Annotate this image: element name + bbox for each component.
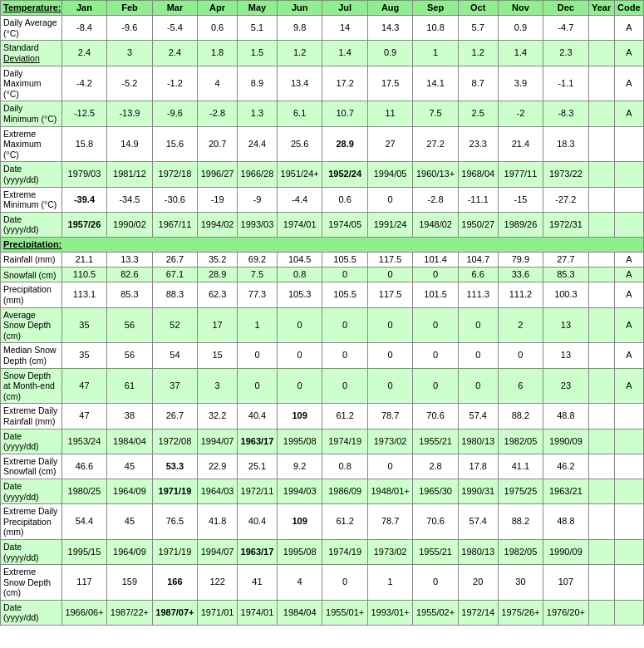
data-cell: -8.3: [543, 101, 588, 126]
data-cell: 3: [198, 368, 238, 404]
data-cell: 2: [498, 307, 543, 343]
data-cell: 88.2: [498, 404, 543, 429]
data-cell: 0: [413, 565, 458, 601]
data-cell: 70.6: [413, 504, 458, 540]
data-cell: 1995/08: [277, 429, 322, 454]
code-cell: [614, 454, 643, 479]
row-label: Extreme Snow Depth (cm): [1, 565, 62, 601]
row-label: Median Snow Depth (cm): [1, 343, 62, 368]
year-cell: [588, 268, 614, 282]
data-cell: 45: [107, 504, 152, 540]
data-cell: 1974/05: [322, 212, 367, 237]
data-cell: 111.2: [498, 282, 543, 307]
data-cell: 117.5: [367, 282, 412, 307]
data-cell: 48.8: [543, 504, 588, 540]
data-cell: 88.3: [152, 282, 197, 307]
row-label: Snowfall (cm): [1, 268, 62, 282]
data-cell: 30: [498, 565, 543, 601]
year-cell: [588, 454, 614, 479]
data-cell: 1971/19: [152, 539, 197, 564]
code-cell: A: [614, 282, 643, 307]
data-cell: 1964/09: [107, 539, 152, 564]
data-cell: 0.9: [367, 41, 412, 66]
data-cell: 25.1: [238, 454, 278, 479]
data-cell: 0: [413, 368, 458, 404]
table-row: Median Snow Depth (cm)35565415000000013A: [1, 343, 644, 368]
data-cell: 48.8: [543, 404, 588, 429]
data-cell: -12.5: [61, 101, 106, 126]
data-cell: 32.2: [198, 404, 238, 429]
table-row: Average Snow Depth (cm)35565217100000213…: [1, 307, 644, 343]
section-label: Precipitation:: [1, 237, 644, 252]
data-cell: 1974/19: [322, 429, 367, 454]
table-row: Standard Deviation2.432.41.81.51.21.40.9…: [1, 41, 644, 66]
data-cell: 0: [458, 368, 498, 404]
data-cell: 77.3: [238, 282, 278, 307]
data-cell: 0: [367, 268, 412, 282]
data-cell: 1966/06+: [61, 600, 106, 625]
row-label: Extreme Minimum (°C): [1, 187, 62, 212]
data-cell: 1994/05: [367, 162, 412, 187]
data-cell: 1979/03: [61, 162, 106, 187]
data-cell: -1.1: [543, 66, 588, 101]
data-cell: 1: [413, 41, 458, 66]
data-cell: 53.3: [152, 454, 197, 479]
data-cell: 2.3: [543, 41, 588, 66]
code-cell: A: [614, 101, 643, 126]
data-cell: 9.8: [277, 16, 322, 41]
data-cell: 1974/01: [277, 212, 322, 237]
table-row: Date (yyyy/dd)1979/031981/121972/181996/…: [1, 162, 644, 187]
data-cell: 69.2: [238, 253, 278, 268]
data-cell: 40.4: [238, 504, 278, 540]
year-header: Year: [588, 1, 614, 16]
data-cell: 22.9: [198, 454, 238, 479]
table-row: Extreme Minimum (°C)-39.4-34.5-30.6-19-9…: [1, 187, 644, 212]
data-cell: 6.6: [458, 268, 498, 282]
data-cell: 1982/05: [498, 539, 543, 564]
data-cell: 1953/24: [61, 429, 106, 454]
data-cell: 1990/02: [107, 212, 152, 237]
data-cell: 28.9: [322, 126, 367, 162]
code-cell: [614, 600, 643, 625]
data-cell: 1982/05: [498, 429, 543, 454]
year-cell: [588, 66, 614, 101]
data-cell: 20.7: [198, 126, 238, 162]
data-cell: 0.6: [322, 187, 367, 212]
data-cell: 82.6: [107, 268, 152, 282]
data-cell: 0: [413, 268, 458, 282]
data-cell: 70.6: [413, 404, 458, 429]
data-cell: 1948/01+: [367, 479, 412, 503]
data-cell: 1980/13: [458, 539, 498, 564]
code-cell: [614, 565, 643, 601]
data-cell: 1950/27: [458, 212, 498, 237]
data-cell: -30.6: [152, 187, 197, 212]
data-cell: -1.2: [152, 66, 197, 101]
row-label: Date (yyyy/dd): [1, 600, 62, 625]
data-cell: 0: [367, 187, 412, 212]
data-cell: 0: [277, 368, 322, 404]
data-cell: 41: [238, 565, 278, 601]
code-cell: A: [614, 368, 643, 404]
data-cell: 41.1: [498, 454, 543, 479]
oct-header: Oct: [458, 1, 498, 16]
data-cell: 46.2: [543, 454, 588, 479]
data-cell: 1975/26+: [498, 600, 543, 625]
data-cell: 14: [322, 16, 367, 41]
data-cell: -9.6: [152, 101, 197, 126]
year-cell: [588, 41, 614, 66]
data-cell: 111.3: [458, 282, 498, 307]
table-row: Date (yyyy/dd)1980/251964/091971/191964/…: [1, 479, 644, 503]
year-cell: [588, 126, 614, 162]
data-cell: 38: [107, 404, 152, 429]
data-cell: 1994/02: [198, 212, 238, 237]
data-cell: 56: [107, 307, 152, 343]
climate-table: Temperature: Jan Feb Mar Apr May Jun Jul…: [0, 0, 644, 626]
year-cell: [588, 479, 614, 503]
data-cell: 7.5: [238, 268, 278, 282]
jan-header: Jan: [61, 1, 106, 16]
data-cell: 0.6: [198, 16, 238, 41]
data-cell: 1996/27: [198, 162, 238, 187]
data-cell: 113.1: [61, 282, 106, 307]
table-row: Snow Depth at Month-end (cm)476137300000…: [1, 368, 644, 404]
data-cell: 14.1: [413, 66, 458, 101]
